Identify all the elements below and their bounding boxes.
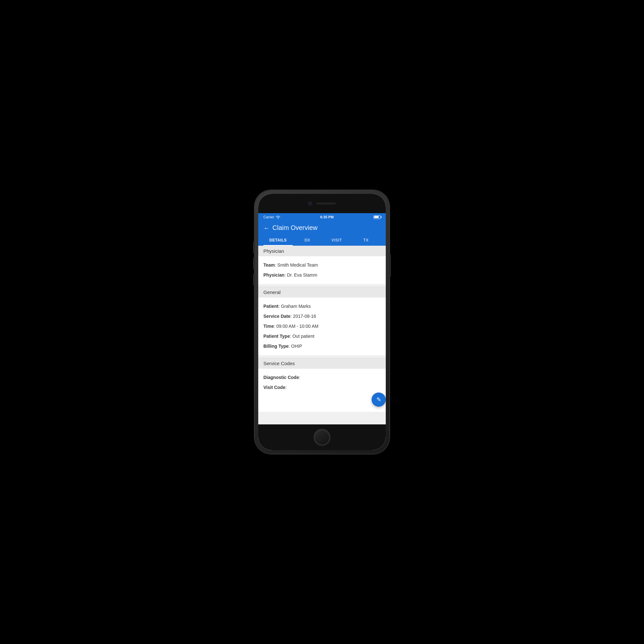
physician-section: Physician Team: Smith Medical Team Physi…: [258, 246, 386, 284]
camera: [308, 202, 312, 205]
battery-fill: [374, 216, 379, 218]
time-field: Time: 09:00 AM - 10:00 AM: [263, 321, 381, 331]
screen: Carrier 6:35 PM ←: [258, 213, 386, 424]
physician-colon: :: [284, 272, 287, 278]
tab-dx[interactable]: DX: [293, 235, 322, 246]
service-codes-section-header: Service Codes: [258, 358, 386, 369]
patient-value: Graham Marks: [281, 304, 311, 309]
tab-details[interactable]: DETAILS: [263, 235, 293, 246]
header-title-row: ← Claim Overview: [263, 224, 381, 235]
service-date-label: Service Date: [263, 314, 290, 319]
diagnostic-code-field: Diagnostic Code:: [263, 373, 381, 383]
team-label: Team: [263, 262, 275, 268]
physician-section-header: Physician: [258, 246, 386, 256]
general-section: General Patient: Graham Marks Service Da…: [258, 287, 386, 355]
content-wrapper: Physician Team: Smith Medical Team Physi…: [258, 246, 386, 412]
phone-frame: Carrier 6:35 PM ←: [254, 190, 390, 454]
app-header: ← Claim Overview DETAILS DX VISIT TX: [258, 221, 386, 246]
visit-code-label: Visit Code: [263, 385, 285, 390]
billing-type-label: Billing Type: [263, 344, 289, 349]
patient-type-value: Out patient: [292, 334, 315, 339]
battery-body: [374, 215, 381, 219]
service-date-value: 2017-08-16: [293, 314, 316, 319]
tab-tx[interactable]: TX: [351, 235, 381, 246]
physician-field: Physician: Dr. Eva Stamm: [263, 270, 381, 280]
tabs-row: DETAILS DX VISIT TX: [263, 235, 381, 246]
billing-type-value: OHIP: [291, 344, 302, 349]
billing-type-field: Billing Type: OHIP: [263, 341, 381, 351]
patient-type-label: Patient Type: [263, 334, 290, 339]
carrier-label: Carrier: [263, 215, 274, 219]
edit-fab-button[interactable]: ✎: [372, 393, 386, 407]
service-codes-section-body: Diagnostic Code: Visit Code: ✎: [258, 369, 386, 412]
service-codes-section: Service Codes Diagnostic Code: Visit Cod…: [258, 358, 386, 412]
time-label: Time: [263, 324, 274, 329]
visit-code-field: Visit Code:: [263, 383, 381, 393]
diagnostic-code-label: Diagnostic Code: [263, 375, 299, 380]
patient-label: Patient: [263, 304, 279, 309]
general-section-header: General: [258, 287, 386, 298]
home-button[interactable]: [314, 429, 330, 445]
general-section-body: Patient: Graham Marks Service Date: 2017…: [258, 298, 386, 355]
physician-value: Dr. Eva Stamm: [287, 272, 317, 278]
team-value: Smith Medical Team: [277, 262, 318, 268]
phone-screen: Carrier 6:35 PM ←: [258, 194, 386, 450]
phone-top-bar: [258, 194, 386, 213]
content-scroll[interactable]: Physician Team: Smith Medical Team Physi…: [258, 246, 386, 424]
tab-visit[interactable]: VISIT: [322, 235, 351, 246]
patient-field: Patient: Graham Marks: [263, 301, 381, 311]
edit-icon: ✎: [376, 396, 381, 403]
physician-label: Physician: [263, 272, 284, 278]
wifi-icon: [276, 215, 280, 219]
physician-section-body: Team: Smith Medical Team Physician: Dr. …: [258, 256, 386, 284]
phone-bottom: [258, 424, 386, 450]
status-bar: Carrier 6:35 PM: [258, 213, 386, 221]
team-field: Team: Smith Medical Team: [263, 260, 381, 270]
carrier-info: Carrier: [263, 215, 280, 219]
speaker: [317, 203, 336, 204]
status-time: 6:35 PM: [320, 215, 334, 219]
patient-type-field: Patient Type: Out patient: [263, 331, 381, 341]
battery-indicator: [374, 215, 381, 219]
service-date-field: Service Date: 2017-08-16: [263, 311, 381, 321]
time-value: 09:00 AM - 10:00 AM: [276, 324, 318, 329]
back-button[interactable]: ←: [263, 225, 270, 231]
page-title: Claim Overview: [272, 224, 317, 232]
